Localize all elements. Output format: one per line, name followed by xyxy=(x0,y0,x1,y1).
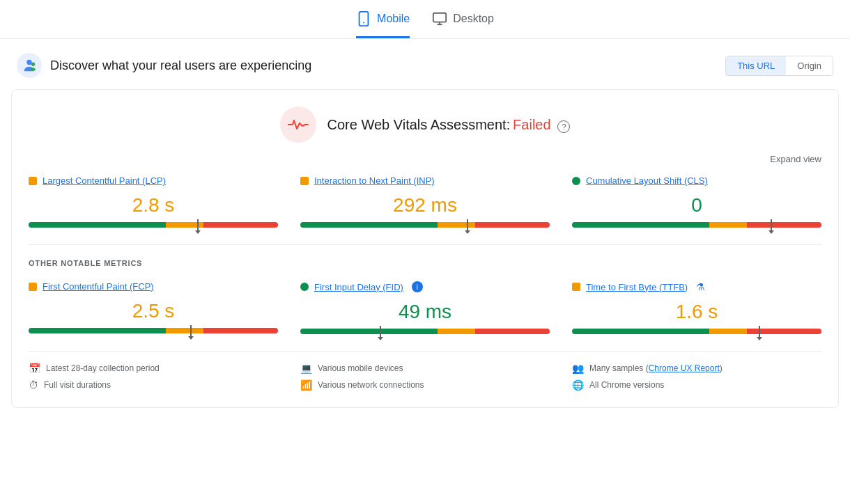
metric-value-fid: 49 ms xyxy=(300,295,550,326)
assessment-label: Core Web Vitals Assessment: xyxy=(327,117,511,132)
footer-text: Latest 28-day collection period xyxy=(46,363,160,373)
assessment-status: Failed xyxy=(513,117,550,132)
metric-item-cls: Cumulative Layout Shift (CLS)0 xyxy=(572,175,821,228)
bar-track-lcp xyxy=(29,222,278,228)
metric-label-ttfb[interactable]: Time to First Byte (TTFB) xyxy=(586,282,688,292)
footer-text: Full visit durations xyxy=(44,380,111,390)
footer-item: 📅Latest 28-day collection period xyxy=(29,363,278,374)
metric-label-row-cls: Cumulative Layout Shift (CLS) xyxy=(572,175,821,186)
metric-label-inp[interactable]: Interaction to Next Paint (INP) xyxy=(314,175,435,186)
metrics-divider xyxy=(29,244,821,245)
svg-point-6 xyxy=(31,62,36,66)
bar-track-cls xyxy=(572,222,821,228)
progress-marker-ttfb xyxy=(759,326,760,337)
info-icon-fid[interactable]: i xyxy=(412,281,423,292)
metric-label-row-fid: First Input Delay (FID)i xyxy=(300,281,550,292)
vitals-failed-icon xyxy=(287,118,309,132)
origin-button[interactable]: Origin xyxy=(786,56,833,75)
progress-bar-fid xyxy=(300,329,550,334)
progress-bar-lcp xyxy=(29,222,278,228)
progress-bar-cls xyxy=(572,222,821,228)
progress-bar-inp xyxy=(300,222,550,228)
assessment-help-icon[interactable]: ? xyxy=(557,120,570,133)
devices-icon: 💻 xyxy=(300,363,312,374)
calendar-icon: 📅 xyxy=(29,363,40,374)
url-origin-toggle: This URL Origin xyxy=(725,56,833,76)
footer-text: Various network connections xyxy=(318,380,424,390)
timer-icon: ⏱ xyxy=(29,379,38,391)
metric-dot-lcp xyxy=(29,177,37,185)
main-card: Core Web Vitals Assessment: Failed ? Exp… xyxy=(11,89,839,408)
metric-item-fid: First Input Delay (FID)i49 ms xyxy=(300,281,550,334)
progress-marker-fid xyxy=(380,326,381,337)
footer-item: 🌐All Chrome versions xyxy=(572,379,821,391)
metric-label-fcp[interactable]: First Contentful Paint (FCP) xyxy=(42,281,154,292)
metric-value-inp: 292 ms xyxy=(300,189,550,219)
svg-rect-2 xyxy=(433,13,446,22)
metric-label-lcp[interactable]: Largest Contentful Paint (LCP) xyxy=(42,175,166,186)
progress-bar-fcp xyxy=(29,328,278,333)
metric-label-row-ttfb: Time to First Byte (TTFB)⚗ xyxy=(572,281,821,292)
metric-label-fid[interactable]: First Input Delay (FID) xyxy=(314,282,403,292)
mobile-icon xyxy=(356,11,371,26)
other-metrics-label: OTHER NOTABLE METRICS xyxy=(29,259,821,267)
metric-item-inp: Interaction to Next Paint (INP)292 ms xyxy=(300,175,550,228)
progress-marker-fcp xyxy=(190,325,192,336)
footer-grid: 📅Latest 28-day collection period💻Various… xyxy=(29,351,821,391)
metric-value-ttfb: 1.6 s xyxy=(572,295,821,326)
footer-item: ⏱Full visit durations xyxy=(29,379,278,391)
metric-label-row-lcp: Largest Contentful Paint (LCP) xyxy=(29,175,278,186)
header-row: Discover what your real users are experi… xyxy=(0,39,850,89)
svg-rect-0 xyxy=(360,12,369,26)
footer-text: All Chrome versions xyxy=(589,380,664,390)
tab-mobile-label: Mobile xyxy=(377,13,410,25)
metric-value-lcp: 2.8 s xyxy=(29,189,278,219)
metric-dot-fid xyxy=(300,283,309,291)
this-url-button[interactable]: This URL xyxy=(726,56,786,75)
metric-dot-ttfb xyxy=(572,283,580,291)
bar-track-inp xyxy=(300,222,550,228)
expand-row: Expand view xyxy=(29,154,821,164)
metric-value-cls: 0 xyxy=(572,189,821,219)
progress-marker-cls xyxy=(771,219,772,230)
tab-bar: Mobile Desktop xyxy=(0,0,850,39)
footer-item: 👥Many samples (Chrome UX Report) xyxy=(572,363,821,374)
metric-value-fcp: 2.5 s xyxy=(29,294,278,325)
header-left: Discover what your real users are experi… xyxy=(17,53,311,78)
other-metrics-grid: First Contentful Paint (FCP)2.5 sFirst I… xyxy=(29,281,821,334)
tab-desktop[interactable]: Desktop xyxy=(432,11,494,38)
people-icon: 👥 xyxy=(572,363,584,374)
footer-item: 📶Various network connections xyxy=(300,379,550,391)
metric-item-lcp: Largest Contentful Paint (LCP)2.8 s xyxy=(29,175,278,228)
expand-view-link[interactable]: Expand view xyxy=(770,154,821,164)
svg-point-5 xyxy=(26,60,31,65)
metric-label-cls[interactable]: Cumulative Layout Shift (CLS) xyxy=(586,175,708,186)
footer-text: Many samples (Chrome UX Report) xyxy=(589,363,722,373)
crux-icon xyxy=(17,53,42,78)
metric-dot-fcp xyxy=(29,283,37,291)
metric-dot-cls xyxy=(572,177,580,185)
header-title: Discover what your real users are experi… xyxy=(50,58,311,73)
progress-bar-ttfb xyxy=(572,329,821,334)
progress-marker-lcp xyxy=(197,219,199,230)
chrome-icon: 🌐 xyxy=(572,379,584,391)
user-chart-icon xyxy=(22,58,37,73)
desktop-icon xyxy=(432,11,447,26)
bar-track-fid xyxy=(300,329,550,334)
metric-dot-inp xyxy=(300,177,309,185)
metric-label-row-inp: Interaction to Next Paint (INP) xyxy=(300,175,550,186)
footer-link[interactable]: Chrome UX Report xyxy=(649,363,720,373)
bar-track-ttfb xyxy=(572,329,821,334)
assessment-icon xyxy=(280,107,316,143)
metric-item-fcp: First Contentful Paint (FCP)2.5 s xyxy=(29,281,278,334)
tab-mobile[interactable]: Mobile xyxy=(356,11,410,38)
tab-desktop-label: Desktop xyxy=(453,13,494,25)
metric-label-row-fcp: First Contentful Paint (FCP) xyxy=(29,281,278,292)
footer-text: Various mobile devices xyxy=(318,363,403,373)
metric-item-ttfb: Time to First Byte (TTFB)⚗1.6 s xyxy=(572,281,821,334)
footer-item: 💻Various mobile devices xyxy=(300,363,550,374)
wifi-icon: 📶 xyxy=(300,379,312,391)
assessment-text: Core Web Vitals Assessment: Failed ? xyxy=(327,117,571,133)
core-metrics-grid: Largest Contentful Paint (LCP)2.8 sInter… xyxy=(29,175,821,228)
flask-icon-ttfb: ⚗ xyxy=(696,281,705,292)
